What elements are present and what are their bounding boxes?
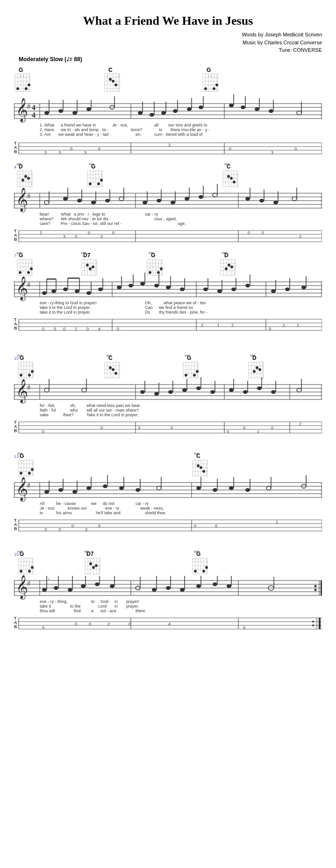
svg-text:0: 0	[294, 147, 297, 151]
svg-point-458	[229, 388, 234, 392]
svg-text:weak - ness,: weak - ness,	[140, 506, 164, 511]
svg-text:All: All	[40, 501, 44, 506]
svg-text:to the: to the	[70, 604, 81, 609]
svg-point-12	[25, 87, 28, 90]
svg-text:𝄞: 𝄞	[16, 188, 28, 212]
svg-point-81	[229, 104, 234, 107]
tab-section-3: T A B 0 0 0 2 0 4 0 2	[14, 317, 322, 331]
svg-text:#: #	[27, 103, 30, 110]
svg-point-26	[112, 80, 114, 83]
svg-point-321	[140, 282, 145, 286]
svg-text:Oh,: Oh,	[145, 301, 152, 305]
svg-text:xxx: xxx	[224, 162, 229, 166]
svg-point-192	[171, 201, 175, 204]
svg-text:𝄞: 𝄞	[16, 575, 28, 600]
svg-text:Take it to the Lord in prayer;: Take it to the Lord in prayer;	[86, 413, 139, 417]
svg-text:tions?: tions?	[131, 127, 142, 132]
chord-diagram-D-2	[17, 171, 32, 187]
chord-G-1b: G	[207, 67, 211, 73]
tab-section-6: T A B 0 0 0 2 0 4	[14, 616, 322, 630]
svg-point-402	[114, 372, 117, 375]
svg-point-444	[82, 388, 86, 392]
svg-point-194	[185, 197, 189, 201]
svg-point-510	[28, 472, 31, 475]
svg-point-651	[54, 586, 58, 590]
svg-point-387	[20, 374, 22, 377]
svg-point-202	[259, 199, 264, 203]
svg-text:x: x	[107, 75, 108, 77]
svg-text:Lord: Lord	[98, 604, 107, 609]
chord-diagram-G-5	[18, 460, 34, 476]
svg-point-388	[31, 370, 34, 373]
svg-point-327	[180, 287, 185, 291]
svg-point-10	[16, 87, 19, 90]
svg-point-303	[42, 291, 47, 295]
tab-section-1: T A B 3 3 0 3 0 2 0 3 0	[14, 141, 322, 155]
svg-text:2: 2	[299, 234, 301, 239]
svg-point-83	[241, 105, 245, 109]
svg-point-250	[27, 271, 30, 274]
svg-text:take it to the Lord in prayer.: take it to the Lord in prayer.	[40, 305, 91, 310]
svg-text:sake: sake	[40, 413, 49, 417]
svg-point-555	[229, 486, 234, 490]
chord-diagram-G-4b	[183, 362, 199, 378]
svg-text:bear!: bear!	[40, 212, 50, 217]
svg-text:4: 4	[32, 104, 36, 112]
svg-text:2: 2	[299, 422, 301, 427]
svg-text:what need-less pain we bear.: what need-less pain we bear.	[86, 403, 141, 408]
svg-point-161	[227, 175, 230, 178]
svg-text:Is: Is	[159, 127, 163, 132]
svg-text:0: 0	[171, 426, 173, 430]
svg-text:0: 0	[54, 327, 56, 331]
svg-text:B: B	[14, 624, 17, 629]
svg-point-61	[58, 109, 63, 113]
chord-diagram-G-3b	[147, 259, 163, 275]
svg-point-25	[109, 78, 112, 81]
svg-text:prayer.: prayer.	[126, 604, 139, 609]
svg-point-323	[154, 284, 159, 287]
svg-text:his arms: his arms	[56, 511, 72, 515]
svg-text:oh,: oh,	[70, 403, 76, 408]
chord-diagram-D7-3	[82, 259, 97, 275]
svg-point-704	[312, 621, 314, 623]
chord-diagram-C-5	[193, 460, 207, 476]
chord-diagram-D-4	[249, 362, 264, 378]
svg-text:xxx: xxx	[16, 162, 21, 166]
svg-text:0: 0	[75, 622, 77, 626]
svg-rect-608	[85, 558, 100, 574]
svg-point-287	[225, 267, 228, 270]
svg-text:xxx: xxx	[194, 452, 199, 455]
svg-point-319	[129, 284, 133, 287]
svg-text:3: 3	[44, 527, 47, 532]
svg-text:prayer!: prayer!	[126, 599, 139, 604]
staff-lines-2: 𝄞 #	[14, 188, 322, 212]
svg-rect-126	[17, 171, 32, 187]
svg-point-325	[166, 286, 171, 289]
svg-text:0: 0	[229, 147, 231, 151]
svg-point-401	[112, 368, 114, 371]
svg-text:0: 0	[71, 524, 74, 528]
svg-point-617	[89, 562, 92, 565]
svg-point-604	[20, 570, 22, 573]
lyrics-section-6: eve - ry - thing to God in prayer! take …	[40, 599, 146, 613]
svg-point-705	[312, 624, 314, 626]
svg-text:xxx: xxx	[185, 354, 190, 357]
chord-diagram-G-4	[18, 362, 34, 378]
svg-point-547	[136, 488, 140, 492]
svg-point-204	[273, 201, 278, 204]
svg-text:eve - ry - thing: eve - ry - thing	[40, 599, 67, 604]
svg-point-71	[150, 113, 154, 117]
svg-text:0: 0	[42, 625, 44, 630]
svg-point-315	[98, 287, 103, 291]
svg-text:4: 4	[32, 111, 36, 119]
svg-text:0: 0	[215, 524, 217, 528]
svg-point-149	[100, 179, 103, 182]
chord-diagram-D7-6	[85, 558, 100, 574]
svg-point-41	[215, 84, 218, 86]
svg-text:a friend we have in: a friend we have in	[61, 123, 96, 127]
svg-text:𝄞: 𝄞	[16, 98, 28, 123]
svg-point-305	[51, 289, 56, 293]
tab-section-2: T A B 3 3 0 3 0 2 0 0 2	[14, 229, 322, 242]
svg-point-188	[143, 201, 147, 204]
svg-point-137	[27, 177, 30, 180]
